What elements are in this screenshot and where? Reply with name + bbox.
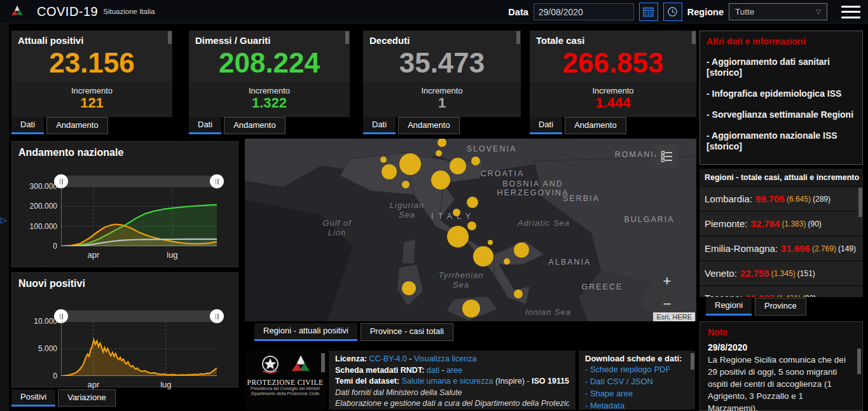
download-metadata-link[interactable]: - Metadata [585, 400, 695, 411]
expand-panel-icon[interactable]: ▷ [1, 215, 7, 225]
region-bubble[interactable] [402, 181, 410, 188]
tab-regioni[interactable]: Regioni [706, 298, 752, 316]
region-bubble[interactable] [473, 246, 493, 267]
region-row[interactable]: Emilia-Romagna:31.696(2.769)(149) [699, 237, 863, 260]
chart-title: Andamento nazionale [12, 142, 238, 158]
region-bubble[interactable] [488, 240, 493, 245]
region-bubble[interactable] [380, 157, 387, 163]
card-title: Deceduti [363, 31, 521, 46]
metadata-label: Scheda metadati RNDT: [335, 366, 424, 375]
range-slider-track[interactable] [61, 310, 217, 322]
region-row[interactable]: Piemonte:32.784(1.383)(90) [699, 212, 863, 235]
increment-label: Incremento [189, 86, 350, 95]
card-deceduti: Deceduti 35.473 Incremento 1 [363, 31, 521, 117]
footer-scrollbar[interactable] [691, 353, 694, 370]
zoom-in-button[interactable]: + [656, 270, 679, 293]
tab-dati[interactable]: Dati [530, 117, 562, 134]
menu-button[interactable] [841, 4, 860, 20]
region-bubble[interactable] [514, 289, 523, 298]
region-bubble[interactable] [399, 153, 421, 175]
tab-dati[interactable]: Dati [189, 117, 221, 134]
region-actual-cases: (1.421) [776, 294, 801, 298]
region-name: Toscana: [705, 293, 743, 297]
tab-andamento[interactable]: Andamento [224, 117, 286, 134]
link-infografica-iss[interactable]: - Infografica epidemiologica ISS [706, 88, 856, 99]
footer-license-box: Licenza: CC-BY-4.0 - Visualizza licenza … [329, 351, 575, 410]
map-label: I T A L Y [431, 212, 472, 221]
metadata-dati-link[interactable]: dati [427, 366, 439, 375]
card-value: 23.156 [11, 47, 172, 79]
tab-positivi[interactable]: Positivi [11, 389, 55, 407]
card-value: 35.473 [363, 47, 521, 79]
calendar-button[interactable] [639, 3, 658, 21]
app-title: COVID-19 [37, 4, 98, 19]
region-bubble[interactable] [450, 158, 466, 174]
region-row[interactable]: Toscana:11.687(1.421)(92) [699, 286, 863, 297]
andamento-chart[interactable]: 0100.000200.000300.000aprlug [61, 186, 217, 246]
tab-dati[interactable]: Dati [11, 117, 44, 134]
region-bubble[interactable] [382, 164, 397, 179]
region-row[interactable]: Lombardia:99.705(6.645)(289) [699, 187, 863, 211]
tab-province-casi-totali[interactable]: Province - casi totali [361, 323, 453, 341]
tab-andamento[interactable]: Andamento [46, 117, 108, 134]
link-sorveglianza-regioni[interactable]: - Sorveglianza settimanale Regioni [706, 109, 856, 120]
regions-scrollbar[interactable] [858, 188, 862, 217]
italy-map[interactable]: SLOVENIACROATIABOSNIA AND HERZEGOVINASER… [245, 139, 696, 321]
clock-icon [667, 6, 678, 17]
map-label: Gulf of Lion [322, 218, 351, 237]
card-scrollbar[interactable] [516, 31, 520, 44]
note-scrollbar[interactable] [857, 349, 861, 374]
tab-andamento[interactable]: Andamento [565, 117, 626, 134]
x-axis-tick: lug [167, 250, 177, 260]
protezione-civile-emblem-icon [289, 353, 313, 377]
card-scrollbar[interactable] [345, 31, 349, 44]
app-header: COVID-19 Situazione Italia Data Regione … [0, 0, 868, 24]
y-axis-tick: 200.000 [30, 202, 61, 211]
tab-regioni-attuali-positivi[interactable]: Regioni - attuali positivi [254, 323, 357, 341]
region-total-cases: 99.705 [755, 193, 785, 204]
link-aggiornamento-dati-sanitari[interactable]: - Aggiornamento dati sanitari [storico] [706, 57, 856, 78]
themes-label: Temi del dataset: [335, 377, 399, 386]
region-bubble[interactable] [453, 209, 460, 216]
region-actual-cases: (2.769) [812, 244, 836, 253]
map-attribution: Esri, HERE [653, 312, 695, 321]
region-name: Lombardia: [705, 193, 752, 204]
region-bubble[interactable] [467, 221, 476, 230]
region-actual-cases: (1.345) [771, 269, 796, 278]
map-zoom-control: + − [656, 270, 679, 316]
region-bubble[interactable] [447, 226, 469, 247]
region-dropdown[interactable]: Tutte ▽ [729, 3, 827, 20]
card-value: 208.224 [189, 47, 350, 79]
nuovi-positivi-chart[interactable]: 05.00010.000aprlug [61, 321, 217, 376]
region-bubble[interactable] [467, 197, 478, 208]
map-legend-button[interactable] [656, 145, 679, 168]
range-slider-track[interactable] [61, 176, 217, 187]
download-csv-json-link[interactable]: - Dati CSV / JSON [585, 375, 695, 387]
metadata-aree-link[interactable]: aree [446, 366, 462, 375]
x-axis-tick: apr [88, 250, 100, 260]
themes-link[interactable]: Salute umana e sicurezza [402, 377, 493, 386]
footer-scrollbar[interactable] [321, 353, 325, 372]
time-button[interactable] [663, 3, 682, 21]
region-bubble[interactable] [431, 171, 450, 190]
region-bubble[interactable] [402, 281, 416, 295]
license-view-link[interactable]: Visualizza licenza [414, 354, 476, 363]
link-aggiornamento-nazionale-iss[interactable]: - Aggiornamento nazionale ISS [storico] [706, 130, 856, 152]
card-scrollbar[interactable] [692, 31, 696, 44]
card-scrollbar[interactable] [168, 31, 172, 44]
download-shape-link[interactable]: - Shape aree [585, 387, 695, 400]
region-bubble[interactable] [504, 258, 510, 265]
tab-andamento[interactable]: Andamento [398, 117, 460, 134]
region-bubble[interactable] [462, 300, 480, 317]
tab-province[interactable]: Province [755, 298, 806, 316]
tab-variazione[interactable]: Variazione [58, 389, 115, 407]
map-label: Ligurian Sea [390, 200, 424, 219]
region-row[interactable]: Veneto:22.755(1.345)(151) [699, 261, 863, 285]
tab-dati[interactable]: Dati [363, 117, 396, 134]
date-input[interactable] [534, 3, 634, 20]
region-bubble[interactable] [436, 150, 442, 157]
region-bubble[interactable] [514, 242, 529, 258]
download-pdf-link[interactable]: - Schede riepilogo PDF [585, 363, 695, 375]
license-link[interactable]: CC-BY-4.0 [369, 354, 407, 363]
region-bubble[interactable] [471, 157, 480, 165]
